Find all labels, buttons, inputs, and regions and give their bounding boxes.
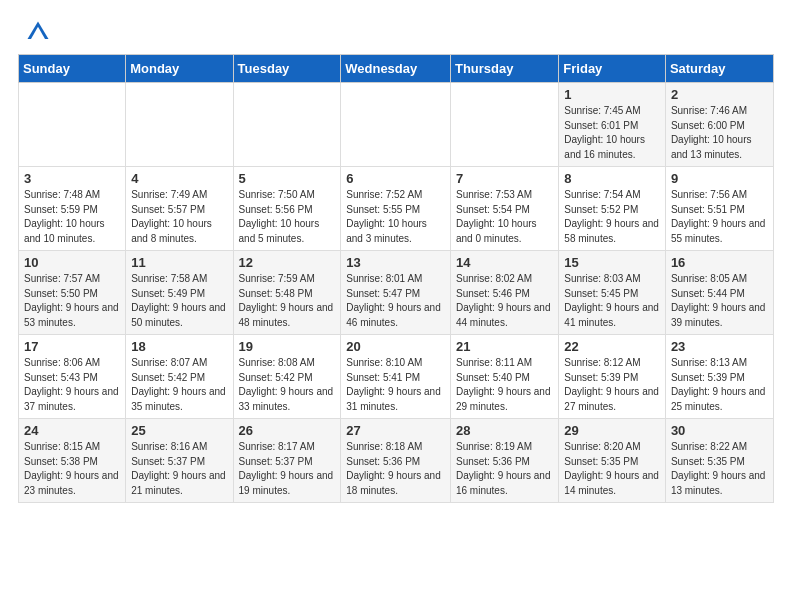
day-info: Sunrise: 7:53 AM Sunset: 5:54 PM Dayligh… [456, 188, 553, 246]
calendar-week-row: 10Sunrise: 7:57 AM Sunset: 5:50 PM Dayli… [19, 251, 774, 335]
day-number: 14 [456, 255, 553, 270]
calendar-day-cell: 3Sunrise: 7:48 AM Sunset: 5:59 PM Daylig… [19, 167, 126, 251]
day-info: Sunrise: 8:19 AM Sunset: 5:36 PM Dayligh… [456, 440, 553, 498]
calendar-day-cell: 10Sunrise: 7:57 AM Sunset: 5:50 PM Dayli… [19, 251, 126, 335]
calendar-day-cell: 6Sunrise: 7:52 AM Sunset: 5:55 PM Daylig… [341, 167, 451, 251]
calendar-day-cell: 2Sunrise: 7:46 AM Sunset: 6:00 PM Daylig… [665, 83, 773, 167]
calendar-day-header: Sunday [19, 55, 126, 83]
calendar-day-cell: 28Sunrise: 8:19 AM Sunset: 5:36 PM Dayli… [450, 419, 558, 503]
day-number: 25 [131, 423, 227, 438]
calendar-day-cell: 27Sunrise: 8:18 AM Sunset: 5:36 PM Dayli… [341, 419, 451, 503]
day-info: Sunrise: 8:18 AM Sunset: 5:36 PM Dayligh… [346, 440, 445, 498]
calendar-header-row: SundayMondayTuesdayWednesdayThursdayFrid… [19, 55, 774, 83]
calendar-day-cell: 23Sunrise: 8:13 AM Sunset: 5:39 PM Dayli… [665, 335, 773, 419]
day-number: 4 [131, 171, 227, 186]
day-number: 21 [456, 339, 553, 354]
day-info: Sunrise: 8:05 AM Sunset: 5:44 PM Dayligh… [671, 272, 768, 330]
day-number: 18 [131, 339, 227, 354]
calendar-day-cell: 1Sunrise: 7:45 AM Sunset: 6:01 PM Daylig… [559, 83, 666, 167]
day-info: Sunrise: 8:02 AM Sunset: 5:46 PM Dayligh… [456, 272, 553, 330]
day-info: Sunrise: 8:15 AM Sunset: 5:38 PM Dayligh… [24, 440, 120, 498]
day-number: 20 [346, 339, 445, 354]
day-number: 12 [239, 255, 336, 270]
day-info: Sunrise: 7:56 AM Sunset: 5:51 PM Dayligh… [671, 188, 768, 246]
day-number: 10 [24, 255, 120, 270]
calendar-day-header: Saturday [665, 55, 773, 83]
day-info: Sunrise: 7:59 AM Sunset: 5:48 PM Dayligh… [239, 272, 336, 330]
day-number: 16 [671, 255, 768, 270]
logo-icon [24, 18, 52, 46]
day-info: Sunrise: 8:17 AM Sunset: 5:37 PM Dayligh… [239, 440, 336, 498]
day-number: 17 [24, 339, 120, 354]
day-number: 30 [671, 423, 768, 438]
day-number: 3 [24, 171, 120, 186]
calendar-day-header: Thursday [450, 55, 558, 83]
day-number: 29 [564, 423, 660, 438]
calendar-day-cell: 4Sunrise: 7:49 AM Sunset: 5:57 PM Daylig… [126, 167, 233, 251]
day-info: Sunrise: 7:45 AM Sunset: 6:01 PM Dayligh… [564, 104, 660, 162]
day-number: 11 [131, 255, 227, 270]
day-info: Sunrise: 7:49 AM Sunset: 5:57 PM Dayligh… [131, 188, 227, 246]
calendar-week-row: 3Sunrise: 7:48 AM Sunset: 5:59 PM Daylig… [19, 167, 774, 251]
day-info: Sunrise: 8:22 AM Sunset: 5:35 PM Dayligh… [671, 440, 768, 498]
calendar-day-cell: 9Sunrise: 7:56 AM Sunset: 5:51 PM Daylig… [665, 167, 773, 251]
day-number: 28 [456, 423, 553, 438]
day-info: Sunrise: 8:08 AM Sunset: 5:42 PM Dayligh… [239, 356, 336, 414]
calendar-day-header: Monday [126, 55, 233, 83]
day-info: Sunrise: 7:46 AM Sunset: 6:00 PM Dayligh… [671, 104, 768, 162]
day-number: 19 [239, 339, 336, 354]
day-number: 15 [564, 255, 660, 270]
calendar-day-header: Friday [559, 55, 666, 83]
day-number: 23 [671, 339, 768, 354]
calendar-day-cell: 16Sunrise: 8:05 AM Sunset: 5:44 PM Dayli… [665, 251, 773, 335]
calendar-day-cell: 25Sunrise: 8:16 AM Sunset: 5:37 PM Dayli… [126, 419, 233, 503]
calendar-day-cell: 8Sunrise: 7:54 AM Sunset: 5:52 PM Daylig… [559, 167, 666, 251]
calendar-day-cell: 19Sunrise: 8:08 AM Sunset: 5:42 PM Dayli… [233, 335, 341, 419]
calendar-day-cell: 24Sunrise: 8:15 AM Sunset: 5:38 PM Dayli… [19, 419, 126, 503]
day-number: 2 [671, 87, 768, 102]
day-number: 8 [564, 171, 660, 186]
calendar-day-cell [19, 83, 126, 167]
calendar-day-cell [126, 83, 233, 167]
calendar-day-cell: 15Sunrise: 8:03 AM Sunset: 5:45 PM Dayli… [559, 251, 666, 335]
day-info: Sunrise: 7:50 AM Sunset: 5:56 PM Dayligh… [239, 188, 336, 246]
day-info: Sunrise: 7:57 AM Sunset: 5:50 PM Dayligh… [24, 272, 120, 330]
calendar-day-cell: 29Sunrise: 8:20 AM Sunset: 5:35 PM Dayli… [559, 419, 666, 503]
page-header [0, 0, 792, 54]
day-number: 5 [239, 171, 336, 186]
day-number: 9 [671, 171, 768, 186]
calendar-day-cell: 20Sunrise: 8:10 AM Sunset: 5:41 PM Dayli… [341, 335, 451, 419]
day-info: Sunrise: 8:16 AM Sunset: 5:37 PM Dayligh… [131, 440, 227, 498]
day-number: 1 [564, 87, 660, 102]
day-info: Sunrise: 8:10 AM Sunset: 5:41 PM Dayligh… [346, 356, 445, 414]
day-info: Sunrise: 8:11 AM Sunset: 5:40 PM Dayligh… [456, 356, 553, 414]
day-info: Sunrise: 8:20 AM Sunset: 5:35 PM Dayligh… [564, 440, 660, 498]
calendar-day-cell: 12Sunrise: 7:59 AM Sunset: 5:48 PM Dayli… [233, 251, 341, 335]
calendar-day-cell: 13Sunrise: 8:01 AM Sunset: 5:47 PM Dayli… [341, 251, 451, 335]
day-info: Sunrise: 8:03 AM Sunset: 5:45 PM Dayligh… [564, 272, 660, 330]
logo [24, 18, 56, 46]
day-info: Sunrise: 8:01 AM Sunset: 5:47 PM Dayligh… [346, 272, 445, 330]
day-number: 13 [346, 255, 445, 270]
day-info: Sunrise: 8:06 AM Sunset: 5:43 PM Dayligh… [24, 356, 120, 414]
calendar-day-cell: 17Sunrise: 8:06 AM Sunset: 5:43 PM Dayli… [19, 335, 126, 419]
day-number: 24 [24, 423, 120, 438]
calendar-week-row: 1Sunrise: 7:45 AM Sunset: 6:01 PM Daylig… [19, 83, 774, 167]
calendar-day-cell: 11Sunrise: 7:58 AM Sunset: 5:49 PM Dayli… [126, 251, 233, 335]
calendar-day-header: Tuesday [233, 55, 341, 83]
day-info: Sunrise: 8:07 AM Sunset: 5:42 PM Dayligh… [131, 356, 227, 414]
calendar-week-row: 17Sunrise: 8:06 AM Sunset: 5:43 PM Dayli… [19, 335, 774, 419]
calendar-day-cell: 30Sunrise: 8:22 AM Sunset: 5:35 PM Dayli… [665, 419, 773, 503]
calendar-day-cell: 22Sunrise: 8:12 AM Sunset: 5:39 PM Dayli… [559, 335, 666, 419]
day-info: Sunrise: 7:54 AM Sunset: 5:52 PM Dayligh… [564, 188, 660, 246]
day-number: 27 [346, 423, 445, 438]
day-info: Sunrise: 8:12 AM Sunset: 5:39 PM Dayligh… [564, 356, 660, 414]
day-info: Sunrise: 7:52 AM Sunset: 5:55 PM Dayligh… [346, 188, 445, 246]
day-info: Sunrise: 7:48 AM Sunset: 5:59 PM Dayligh… [24, 188, 120, 246]
calendar-table: SundayMondayTuesdayWednesdayThursdayFrid… [18, 54, 774, 503]
calendar-day-cell [341, 83, 451, 167]
calendar-day-cell: 26Sunrise: 8:17 AM Sunset: 5:37 PM Dayli… [233, 419, 341, 503]
calendar-day-cell: 5Sunrise: 7:50 AM Sunset: 5:56 PM Daylig… [233, 167, 341, 251]
calendar-day-cell [450, 83, 558, 167]
day-number: 7 [456, 171, 553, 186]
